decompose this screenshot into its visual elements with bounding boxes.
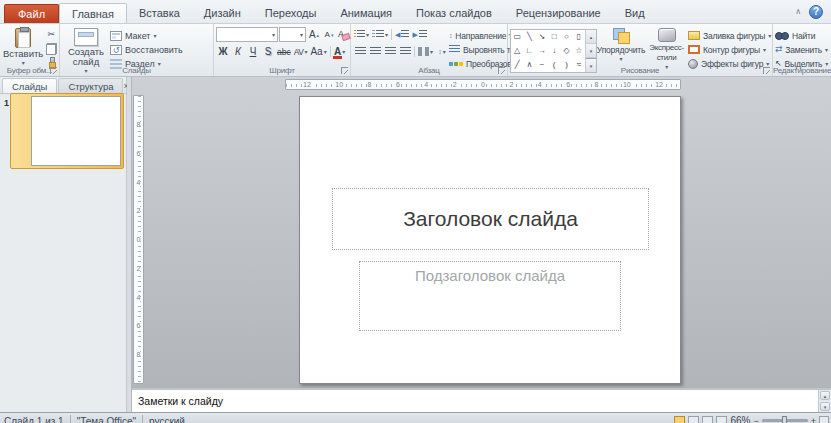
binoculars-icon xyxy=(775,31,789,40)
subtitle-placeholder[interactable]: Подзаголовок слайда xyxy=(359,261,621,331)
shape-icon[interactable]: ▯ xyxy=(577,33,581,41)
tab-design[interactable]: Дизайн xyxy=(192,3,253,23)
italic-button[interactable]: К xyxy=(231,45,245,58)
increase-indent-button[interactable]: ▶ xyxy=(411,28,427,41)
reset-icon: ↺ xyxy=(110,45,122,55)
zoom-in-icon[interactable]: + xyxy=(811,416,816,423)
shrink-font-button[interactable]: A▾ xyxy=(322,28,336,41)
tab-view[interactable]: Вид xyxy=(613,3,657,23)
quick-styles-icon xyxy=(658,28,676,42)
cut-button[interactable]: ✂ xyxy=(44,28,58,41)
shape-icon[interactable]: △ xyxy=(514,47,520,55)
status-theme: "Тема Office" xyxy=(77,416,136,423)
reset-slide-button[interactable]: ↺Восстановить xyxy=(110,43,183,56)
underline-button[interactable]: Ч xyxy=(246,45,260,58)
file-tab[interactable]: Файл xyxy=(4,4,59,23)
font-color-button[interactable]: A▾ xyxy=(333,45,347,58)
numbering-button[interactable]: ▾ xyxy=(371,28,389,41)
notes-pane[interactable]: Заметки к слайду ▴ ▾ xyxy=(132,388,831,412)
character-spacing-button[interactable]: AV▾ xyxy=(293,45,309,58)
dialog-launcher-paragraph-icon[interactable] xyxy=(498,67,505,74)
ruler-number: 8 xyxy=(137,119,141,130)
bold-button[interactable]: Ж xyxy=(216,45,230,58)
ruler-number: 2 xyxy=(137,263,141,274)
line-spacing-button[interactable]: ↕▾ xyxy=(435,45,449,58)
shape-icon[interactable]: □ xyxy=(552,33,557,41)
title-placeholder[interactable]: Заголовок слайда xyxy=(332,188,649,250)
vertical-ruler: 864202468 xyxy=(133,95,144,384)
dialog-launcher-clipboard-icon[interactable] xyxy=(50,67,57,74)
slide-sorter-view-button[interactable] xyxy=(688,416,699,423)
strikethrough-button[interactable]: abc xyxy=(276,45,292,58)
zoom-slider-thumb[interactable] xyxy=(782,416,787,423)
zoom-slider[interactable] xyxy=(762,419,808,422)
clear-formatting-button[interactable] xyxy=(337,28,351,41)
notes-placeholder: Заметки к слайду xyxy=(132,390,831,407)
font-name-combobox[interactable]: ▾ xyxy=(216,27,278,42)
slide-canvas[interactable]: Заголовок слайда Подзаголовок слайда xyxy=(299,96,681,384)
shape-outline-button[interactable]: Контур фигуры▾ xyxy=(688,43,771,56)
grow-font-button[interactable]: A▴ xyxy=(307,28,321,41)
layout-icon xyxy=(110,31,122,41)
copy-button[interactable] xyxy=(44,42,58,55)
notes-scrollbar[interactable]: ▴ ▾ xyxy=(818,390,831,412)
align-right-button[interactable] xyxy=(383,45,397,58)
shape-outline-icon xyxy=(688,45,700,54)
dialog-launcher-drawing-icon[interactable] xyxy=(763,67,770,74)
scroll-up-icon[interactable]: ▴ xyxy=(820,391,830,400)
shape-icon[interactable]: ○ xyxy=(564,33,569,41)
shape-icon[interactable]: ◇ xyxy=(563,47,569,55)
bullets-button[interactable]: ▾ xyxy=(353,28,370,41)
tab-slide-show[interactable]: Показ слайдов xyxy=(404,3,504,23)
ruler-number: 2 xyxy=(508,80,514,89)
slide-thumbnail[interactable] xyxy=(10,93,124,169)
paste-button[interactable]: Вставить ▾ xyxy=(2,26,44,68)
tab-home[interactable]: Главная xyxy=(59,3,127,23)
text-shadow-button[interactable]: S xyxy=(261,45,275,58)
ribbon-tab-strip: ГлавнаяВставкаДизайнПереходыАнимацияПока… xyxy=(59,0,657,23)
layout-button[interactable]: Макет▾ xyxy=(110,29,183,42)
panel-tab-outline[interactable]: Структура xyxy=(58,78,123,93)
zoom-out-icon[interactable]: − xyxy=(753,416,758,423)
shape-icon[interactable]: ▭ xyxy=(513,33,521,41)
find-button[interactable]: Найти xyxy=(775,29,828,42)
tab-animations[interactable]: Анимация xyxy=(328,3,404,23)
arrange-button[interactable]: Упорядочить ▾ xyxy=(597,26,645,64)
shapes-scroll-up-icon[interactable]: ▴ xyxy=(586,30,596,44)
change-case-button[interactable]: Aa▾ xyxy=(309,45,327,58)
justify-button[interactable] xyxy=(398,45,412,58)
shape-icon[interactable]: ╲ xyxy=(527,33,532,41)
ribbon-group-slides: Создать слайд ▾ Макет▾ ↺Восстановить Раз… xyxy=(60,24,214,76)
scroll-down-icon[interactable]: ▾ xyxy=(820,402,830,411)
align-right-icon xyxy=(385,47,396,56)
replace-icon: ⇄ xyxy=(775,45,782,54)
help-icon[interactable]: ? xyxy=(809,5,823,19)
normal-view-button[interactable] xyxy=(674,416,685,423)
numbering-icon xyxy=(372,30,384,39)
font-size-combobox[interactable]: ▾ xyxy=(279,27,306,42)
shape-icon[interactable]: ↓ xyxy=(552,47,556,55)
decrease-indent-button[interactable]: ◀ xyxy=(394,28,410,41)
shapes-scroll-down-icon[interactable]: ▾ xyxy=(586,44,596,58)
align-left-button[interactable] xyxy=(353,45,367,58)
tab-insert[interactable]: Вставка xyxy=(127,3,192,23)
align-center-button[interactable] xyxy=(368,45,382,58)
shape-icon[interactable]: ☆ xyxy=(575,47,582,55)
fit-to-window-button[interactable] xyxy=(819,416,829,423)
columns-button[interactable]: ▾ xyxy=(417,45,434,58)
slideshow-view-button[interactable] xyxy=(716,416,727,423)
tab-review[interactable]: Рецензирование xyxy=(504,3,613,23)
ruler-number: 6 xyxy=(137,148,141,159)
replace-button[interactable]: ⇄Заменить▾ xyxy=(775,43,828,56)
ruler-number: 4 xyxy=(423,80,429,89)
shape-icon[interactable]: → xyxy=(538,47,546,55)
panel-tab-slides[interactable]: Слайды xyxy=(2,78,57,93)
reading-view-button[interactable] xyxy=(702,416,713,423)
shape-fill-button[interactable]: Заливка фигуры▾ xyxy=(688,29,771,42)
dialog-launcher-font-icon[interactable] xyxy=(341,67,348,74)
minimize-ribbon-icon[interactable]: ∧ xyxy=(795,7,801,16)
zoom-percentage[interactable]: 66% xyxy=(730,415,750,423)
shape-icon[interactable]: ∟ xyxy=(526,47,534,55)
tab-transitions[interactable]: Переходы xyxy=(253,3,329,23)
shape-icon[interactable]: ↘ xyxy=(538,33,545,41)
